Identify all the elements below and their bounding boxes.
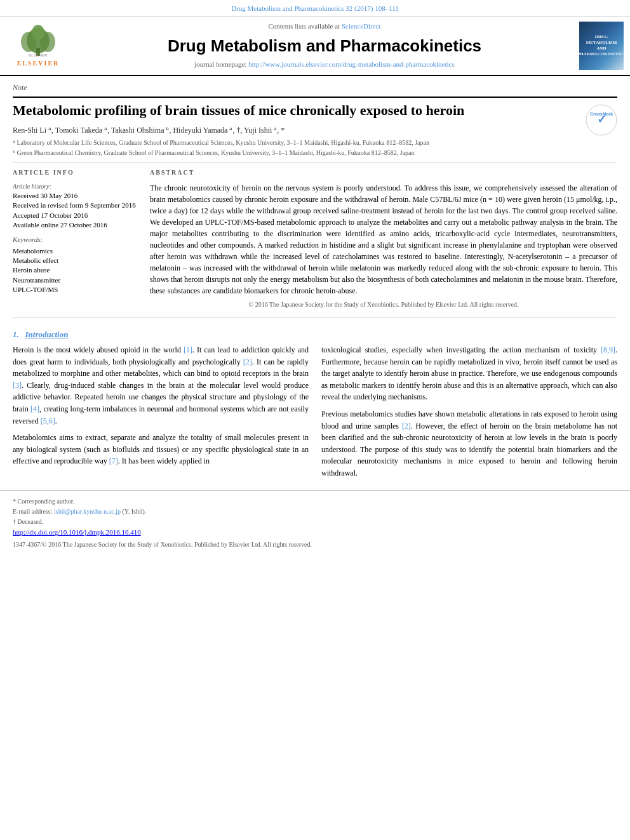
journal-volume-info: Drug Metabolism and Pharmacokinetics 32 …	[231, 4, 399, 12]
keyword-3: Heroin abuse	[13, 265, 140, 275]
abstract-header: ABSTRACT	[150, 168, 617, 177]
abstract-intro-divider	[13, 317, 617, 317]
doi-link[interactable]: http://dx.doi.org/10.1016/j.dmpk.2016.10…	[13, 528, 141, 536]
abstract-column: ABSTRACT The chronic neurotoxicity of he…	[150, 168, 617, 309]
accepted-date: Accepted 17 October 2016	[13, 211, 140, 220]
email-link[interactable]: ishii@phar.kyushu-u.ac.jp	[54, 508, 121, 515]
journal-cover-text: DRUGMETABOLISMANDPHARMACOKINETICS	[577, 34, 626, 57]
cite-5-6: [5,6]	[41, 417, 55, 425]
svg-text:ELSEVIER: ELSEVIER	[29, 53, 48, 57]
introduction-heading: 1. Introduction	[13, 329, 617, 340]
intro-two-columns: Heroin is the most widely abused opioid …	[13, 344, 617, 484]
keywords-list: Metabolomics Metabolic effect Heroin abu…	[13, 246, 140, 295]
keywords-label: Keywords:	[13, 235, 140, 244]
deceased-note: † Deceased.	[13, 517, 617, 526]
abstract-text: The chronic neurotoxicity of heroin on t…	[150, 182, 617, 297]
journal-cover-image: DRUGMETABOLISMANDPHARMACOKINETICS	[579, 22, 624, 69]
intro-para-1: Heroin is the most widely abused opioid …	[13, 344, 309, 427]
info-abstract-columns: ARTICLE INFO Article history: Received 3…	[13, 168, 617, 309]
science-direct-link[interactable]: ScienceDirect	[342, 22, 381, 30]
keyword-4: Neurotransmitter	[13, 276, 140, 285]
intro-para-2: Metabolomics aims to extract, separate a…	[13, 432, 309, 467]
article-info-header: ARTICLE INFO	[13, 168, 140, 177]
cite-3: [3]	[13, 381, 22, 390]
elsevier-logo: ELSEVIER ELSEVIER	[6, 22, 70, 69]
affiliation-a: ᵃ Laboratory of Molecular Life Sciences,…	[13, 138, 617, 147]
contents-available-text: Contents lists available at	[268, 22, 340, 30]
intro-number: 1.	[13, 330, 19, 339]
email-label: E-mail address:	[13, 508, 52, 515]
cite-2: [2]	[243, 357, 252, 366]
email-note: E-mail address: ishii@phar.kyushu-u.ac.j…	[13, 507, 617, 516]
page-wrapper: Drug Metabolism and Pharmacokinetics 32 …	[0, 0, 630, 840]
issn-line: 1347-4367/© 2016 The Japanese Society fo…	[13, 540, 617, 549]
journal-main-title: Drug Metabolism and Pharmacokinetics	[76, 34, 573, 57]
intro-para-4: Previous metabolomics studies have shown…	[321, 408, 617, 479]
cite-8-9: [8,9]	[601, 345, 615, 354]
history-label: Article history:	[13, 182, 140, 191]
article-title: Metabolomic profiling of brain tissues o…	[13, 102, 617, 120]
intro-right-column: toxicological studies, especially when i…	[321, 344, 617, 484]
journal-title-area: Contents lists available at ScienceDirec…	[76, 22, 573, 69]
title-top-divider	[13, 97, 617, 98]
science-direct-line: Contents lists available at ScienceDirec…	[76, 22, 573, 31]
cite-7: [7]	[109, 457, 118, 465]
homepage-url[interactable]: http://www.journals.elsevier.com/drug-me…	[248, 60, 455, 68]
doi-line: http://dx.doi.org/10.1016/j.dmpk.2016.10…	[13, 528, 617, 537]
keyword-2: Metabolic effect	[13, 256, 140, 265]
keywords-section: Keywords: Metabolomics Metabolic effect …	[13, 235, 140, 295]
affiliations: ᵃ Laboratory of Molecular Life Sciences,…	[13, 138, 617, 157]
cite-1: [1]	[184, 345, 192, 354]
svg-point-4	[32, 25, 44, 40]
cite-2b: [2]	[402, 422, 411, 430]
cite-4: [4]	[30, 404, 39, 413]
article-info-column: ARTICLE INFO Article history: Received 3…	[13, 168, 140, 309]
elsevier-label: ELSEVIER	[17, 59, 60, 68]
email-suffix: (Y. Ishii).	[123, 508, 147, 515]
introduction-section: 1. Introduction Heroin is the most widel…	[0, 329, 630, 484]
intro-title: Introduction	[25, 330, 69, 339]
article-history: Article history: Received 30 May 2016 Re…	[13, 182, 140, 230]
keyword-1: Metabolomics	[13, 246, 140, 256]
crossmark-icon: CrossMark ✓	[586, 104, 617, 136]
corresponding-label: * Corresponding author.	[13, 498, 74, 505]
journal-homepage-line: journal homepage: http://www.journals.el…	[76, 60, 573, 69]
authors-line: Ren-Shi Li ᵃ, Tomoki Takeda ᵃ, Takashi O…	[13, 125, 617, 136]
keyword-5: UPLC-TOF/MS	[13, 285, 140, 295]
received-revised-date: Received in revised form 9 September 201…	[13, 201, 140, 210]
author-names: Ren-Shi Li ᵃ, Tomoki Takeda ᵃ, Takashi O…	[13, 126, 285, 135]
available-online-date: Available online 27 October 2016	[13, 220, 140, 230]
received-date: Received 30 May 2016	[13, 191, 140, 201]
corresponding-author-note: * Corresponding author.	[13, 497, 617, 506]
article-type-note: Note	[13, 83, 617, 93]
homepage-label: journal homepage:	[194, 60, 246, 68]
svg-text:✓: ✓	[597, 113, 607, 126]
elsevier-tree-icon: ELSEVIER	[16, 23, 60, 58]
intro-left-column: Heroin is the most widely abused opioid …	[13, 344, 309, 484]
affiliation-b: ᵇ Green Pharmaceutical Chemistry, Gradua…	[13, 149, 617, 157]
crossmark-badge: CrossMark ✓	[586, 104, 617, 139]
journal-info-bar: Drug Metabolism and Pharmacokinetics 32 …	[0, 0, 630, 17]
info-abstract-divider	[13, 163, 617, 163]
article-section: Note CrossMark ✓ Metabolomic profiling o…	[0, 76, 630, 329]
journal-header: ELSEVIER ELSEVIER Contents lists availab…	[0, 17, 630, 76]
copyright-text: © 2016 The Japanese Society for the Stud…	[150, 300, 617, 309]
footer-area: * Corresponding author. E-mail address: …	[0, 490, 630, 555]
intro-para-3: toxicological studies, especially when i…	[321, 344, 617, 403]
